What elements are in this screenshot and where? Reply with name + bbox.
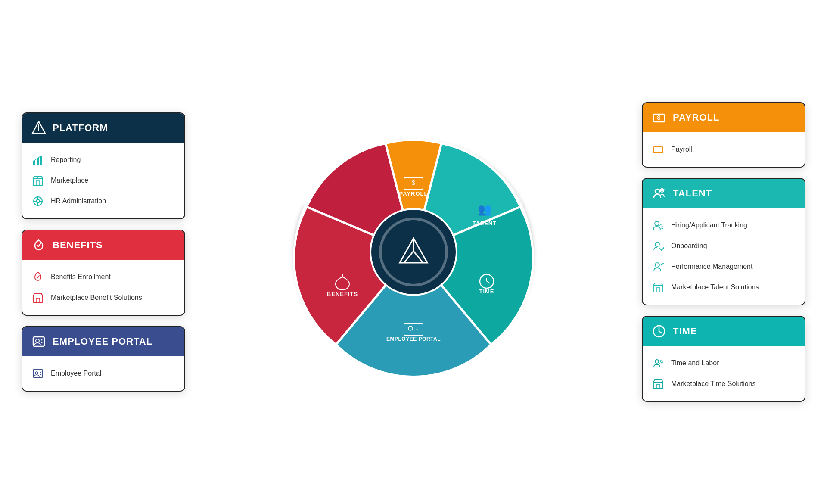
benefits-item-marketplace: Marketplace Benefit Solutions — [31, 287, 176, 308]
wheel-container: $ PAYROLL 👥 TALENT TIME EMPLOY — [280, 118, 547, 386]
time-marketplace-icon — [651, 377, 665, 391]
platform-item-hr: HR Administration — [31, 191, 176, 212]
payroll-body: Payroll — [643, 132, 805, 167]
payroll-header-icon: $ — [651, 110, 667, 125]
svg-point-67 — [655, 360, 659, 363]
benefits-item-marketplace-label: Marketplace Benefit Solutions — [51, 294, 142, 302]
svg-rect-15 — [33, 296, 43, 302]
time-header: TIME — [643, 317, 805, 346]
svg-rect-2 — [33, 161, 35, 165]
performance-icon — [651, 260, 665, 274]
hr-admin-icon — [31, 194, 45, 208]
right-cards: $ PAYROLL Payroll — [642, 102, 805, 402]
talent-header: TALENT — [643, 179, 805, 208]
svg-rect-16 — [36, 298, 40, 302]
talent-header-icon — [651, 186, 667, 201]
hiring-icon — [651, 218, 665, 232]
talent-header-label: TALENT — [673, 188, 712, 199]
benefits-header-icon — [31, 237, 47, 253]
reporting-icon — [31, 153, 45, 167]
svg-rect-52 — [653, 147, 663, 153]
svg-point-60 — [655, 242, 659, 246]
svg-rect-5 — [33, 179, 43, 185]
talent-item-onboarding: Onboarding — [651, 236, 796, 256]
marketplace-icon — [31, 174, 45, 187]
talent-card[interactable]: TALENT Hiring/Applicant Tracking — [642, 178, 805, 305]
svg-point-58 — [659, 225, 662, 228]
page-container: PLATFORM Reporting — [0, 0, 827, 504]
svg-point-22 — [35, 372, 38, 374]
talent-body: Hiring/Applicant Tracking Onboarding — [643, 208, 805, 305]
svg-rect-4 — [40, 156, 42, 165]
enrollment-icon — [31, 270, 45, 284]
platform-header: PLATFORM — [22, 113, 184, 143]
payroll-header-label: PAYROLL — [673, 112, 719, 123]
benefits-item-enrollment-label: Benefits Enrollment — [51, 273, 111, 281]
payroll-header: $ PAYROLL — [643, 103, 805, 132]
employee-body: Employee Portal — [22, 356, 184, 391]
wheel-center — [382, 220, 445, 284]
platform-item-marketplace: Marketplace — [31, 170, 176, 191]
benefit-marketplace-icon — [31, 291, 45, 305]
platform-item-hr-label: HR Administration — [51, 197, 106, 205]
platform-item-reporting-label: Reporting — [51, 156, 81, 164]
svg-text:PAYROLL: PAYROLL — [399, 190, 428, 197]
svg-text:👥: 👥 — [478, 202, 492, 216]
svg-point-9 — [36, 199, 40, 203]
time-labor-icon — [651, 356, 665, 370]
talent-item-performance-label: Performance Management — [671, 263, 752, 271]
talent-item-performance: Performance Management — [651, 256, 796, 277]
benefits-card[interactable]: BENEFITS Benefits Enrollment — [22, 230, 185, 316]
time-header-icon — [651, 324, 667, 339]
svg-rect-63 — [656, 288, 660, 292]
platform-card[interactable]: PLATFORM Reporting — [22, 112, 185, 219]
svg-point-42 — [417, 329, 418, 330]
onboarding-icon — [651, 239, 665, 253]
svg-point-24 — [40, 374, 41, 375]
svg-text:$: $ — [412, 179, 415, 186]
benefits-body: Benefits Enrollment Marketplace Benefit … — [22, 260, 184, 315]
benefits-header: BENEFITS — [22, 230, 184, 260]
payroll-item: Payroll — [651, 139, 796, 160]
svg-point-54 — [655, 189, 659, 193]
svg-text:BENEFITS: BENEFITS — [327, 291, 358, 297]
time-header-label: TIME — [673, 326, 697, 337]
benefits-item-enrollment: Benefits Enrollment — [31, 267, 176, 287]
svg-text:TALENT: TALENT — [473, 220, 497, 227]
svg-line-66 — [659, 331, 662, 333]
svg-point-23 — [40, 372, 41, 373]
svg-line-59 — [662, 228, 663, 229]
talent-item-marketplace-label: Marketplace Talent Solutions — [671, 283, 759, 291]
talent-item-onboarding-label: Onboarding — [671, 242, 707, 250]
employee-item-portal-label: Employee Portal — [51, 370, 101, 377]
employee-portal-icon — [31, 367, 45, 380]
platform-header-label: PLATFORM — [53, 122, 108, 134]
time-item-labor-label: Time and Labor — [671, 359, 719, 367]
time-body: Time and Labor Marketplace Time Solution… — [643, 346, 805, 401]
svg-rect-62 — [653, 286, 663, 292]
svg-point-41 — [417, 327, 418, 328]
svg-point-20 — [41, 342, 43, 343]
svg-text:$: $ — [657, 114, 661, 121]
employee-card[interactable]: EMPLOYEE PORTAL Employee Portal — [22, 326, 185, 392]
time-item-marketplace-label: Marketplace Time Solutions — [671, 380, 756, 388]
time-card[interactable]: TIME Time and Labor — [642, 316, 805, 402]
svg-point-18 — [36, 339, 39, 342]
platform-body: Reporting Marketplace — [22, 143, 184, 218]
talent-marketplace-icon — [651, 280, 665, 294]
svg-point-19 — [41, 339, 43, 341]
employee-header: EMPLOYEE PORTAL — [22, 327, 184, 356]
employee-item-portal: Employee Portal — [31, 363, 176, 384]
platform-item-marketplace-label: Marketplace — [51, 177, 88, 184]
employee-header-label: EMPLOYEE PORTAL — [53, 336, 152, 347]
benefits-header-label: BENEFITS — [53, 240, 103, 251]
svg-rect-71 — [653, 382, 663, 389]
platform-header-icon — [31, 120, 47, 136]
payroll-item-icon — [651, 143, 665, 156]
platform-item-reporting: Reporting — [31, 149, 176, 170]
employee-header-icon — [31, 334, 47, 349]
svg-text:EMPLOYEE PORTAL: EMPLOYEE PORTAL — [386, 336, 441, 342]
time-item-labor: Time and Labor — [651, 353, 796, 373]
svg-rect-72 — [656, 384, 660, 389]
payroll-card[interactable]: $ PAYROLL Payroll — [642, 102, 805, 168]
